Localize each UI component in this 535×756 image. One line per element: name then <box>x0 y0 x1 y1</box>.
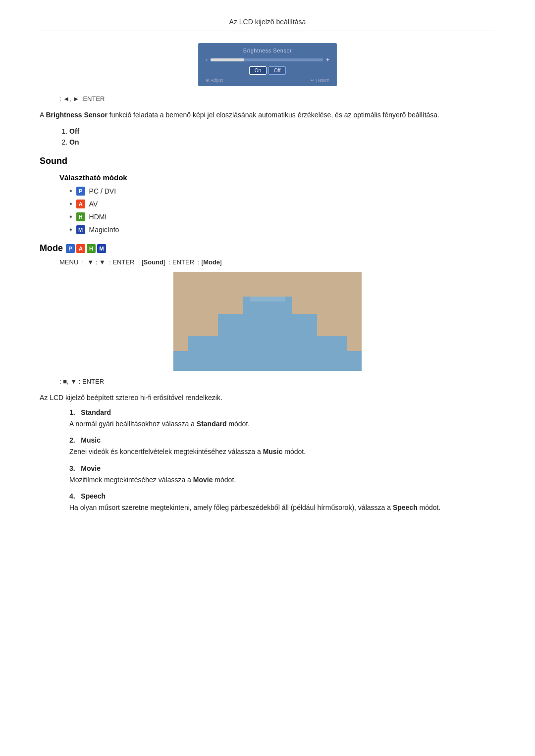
mode-label-av: AV <box>89 200 98 208</box>
bullet-dot: • <box>69 212 72 221</box>
sound-osd-svg <box>173 272 362 371</box>
mode-item-magicinfo: • M MagicInfo <box>69 225 495 234</box>
mode-item-hdmi: • H HDMI <box>69 212 495 221</box>
badge-p: P <box>76 187 85 196</box>
music-label: 2. Music <box>69 436 495 444</box>
mode-item-music: 2. Music Zenei videók és koncertfelvétel… <box>40 436 495 457</box>
badge-h: H <box>76 212 85 221</box>
mode-item-movie: 3. Movie Mozifilmek megtekintéséhez vála… <box>40 464 495 485</box>
osd-btn-on[interactable]: On <box>249 66 267 75</box>
speech-label: 4. Speech <box>69 492 495 500</box>
osd-slider-fill <box>211 58 244 61</box>
bullet-dot: • <box>69 187 72 196</box>
osd-buttons-row: On Off <box>206 66 329 75</box>
osd-slider-track <box>211 58 323 61</box>
mode-label-pc: PC / DVI <box>89 187 116 195</box>
brightness-description: A Brightness Sensor funkció feladata a b… <box>40 109 495 120</box>
standard-label: 1. Standard <box>69 408 495 416</box>
brightness-option-off: Off <box>69 127 495 135</box>
osd-minus-label: - <box>206 56 208 63</box>
mode-badge-a: A <box>76 244 85 253</box>
mode-item-standard: 1. Standard A normál gyári beállításokho… <box>40 408 495 429</box>
mode-heading-row: Mode P A H M <box>40 243 495 253</box>
sound-osd <box>173 272 362 371</box>
badge-m: M <box>76 225 85 234</box>
standard-desc: A normál gyári beállításokhoz válassza a… <box>69 418 495 429</box>
sound-section-heading: Sound <box>40 156 495 166</box>
mode-badge-h: H <box>87 244 96 253</box>
mode-numbered-list: 1. Standard A normál gyári beállításokho… <box>40 408 495 513</box>
osd-footer-adjust: ⊕ Adjust <box>206 78 223 83</box>
mode-badge-p: P <box>66 244 75 253</box>
svg-rect-5 <box>250 297 285 302</box>
nav-hint-2: : ■, ▼ : ENTER <box>59 378 495 385</box>
svg-rect-2 <box>188 336 347 351</box>
mode-item-speech: 4. Speech Ha olyan műsort szeretne megte… <box>40 492 495 513</box>
page-title: Az LCD kijelző beállítása <box>229 18 306 26</box>
brightness-sensor-osd: Brightness Sensor - + On Off ⊕ Adjust ↩ … <box>40 43 495 86</box>
bottom-rule <box>40 528 495 528</box>
mode-body-text: Az LCD kijelző beépített sztereo hi-fi e… <box>40 392 495 403</box>
menu-hint: MENU : ▼ : ▼ : ENTER : [Sound] : ENTER :… <box>59 258 495 266</box>
osd-btn-off[interactable]: Off <box>268 66 286 75</box>
modes-list: • P PC / DVI • A AV • H HDMI • M MagicIn… <box>69 187 495 234</box>
page-header: Az LCD kijelző beállítása <box>40 10 495 31</box>
osd-box: Brightness Sensor - + On Off ⊕ Adjust ↩ … <box>198 43 337 86</box>
mode-label-text: Mode <box>40 243 63 253</box>
osd-plus-label: + <box>326 56 329 63</box>
movie-label: 3. Movie <box>69 464 495 472</box>
bullet-dot: • <box>69 225 72 234</box>
music-desc: Zenei videók és koncertfelvételek megtek… <box>69 446 495 457</box>
modes-sub-heading: Választható módok <box>59 173 495 182</box>
osd-footer-row: ⊕ Adjust ↩ Return <box>206 78 329 83</box>
mode-badge-m: M <box>97 244 106 253</box>
osd-title: Brightness Sensor <box>206 48 329 53</box>
osd-slider-row: - + <box>206 56 329 63</box>
mode-label-hdmi: HDMI <box>89 213 107 221</box>
osd-footer-return: ↩ Return <box>311 78 329 83</box>
mode-label-magicinfo: MagicInfo <box>89 226 119 234</box>
mode-item-av: • A AV <box>69 200 495 208</box>
movie-desc: Mozifilmek megtekintéséhez válassza a Mo… <box>69 474 495 485</box>
mode-badges-inline: P A H M <box>66 244 106 253</box>
brightness-options-list: Off On <box>69 127 495 146</box>
svg-rect-3 <box>218 314 317 336</box>
bullet-dot: • <box>69 200 72 208</box>
brightness-option-on: On <box>69 138 495 146</box>
badge-a: A <box>76 200 85 208</box>
mode-item-pc: • P PC / DVI <box>69 187 495 196</box>
sound-osd-container <box>40 272 495 371</box>
speech-desc: Ha olyan műsort szeretne megtekinteni, a… <box>69 502 495 513</box>
svg-rect-1 <box>173 351 362 371</box>
nav-hint-1: : ◄, ► :ENTER <box>59 95 495 102</box>
